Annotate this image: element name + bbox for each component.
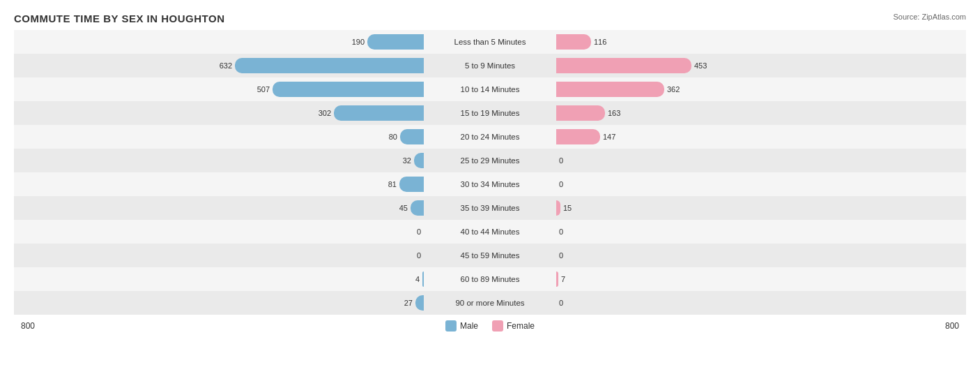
male-value: 507 <box>257 85 270 94</box>
table-row: 045 to 59 Minutes0 <box>14 244 966 267</box>
male-value: 302 <box>319 109 331 117</box>
female-value: 147 <box>603 133 615 141</box>
right-bar-wrap: 0 <box>556 149 966 172</box>
chart-title: COMMUTE TIME BY SEX IN HOUGHTON <box>14 13 966 24</box>
table-row: 6325 to 9 Minutes453 <box>14 54 966 77</box>
row-label: 45 to 59 Minutes <box>424 251 556 260</box>
row-label: 15 to 19 Minutes <box>424 109 556 117</box>
male-value: 45 <box>399 204 408 212</box>
row-label: 30 to 34 Minutes <box>424 180 556 188</box>
right-bar-wrap: 453 <box>556 54 966 77</box>
table-row: 190Less than 5 Minutes116 <box>14 30 966 54</box>
legend-items: Male Female <box>445 320 535 332</box>
female-value: 116 <box>594 38 606 46</box>
male-bar <box>411 200 424 216</box>
male-value: 80 <box>389 133 397 141</box>
chart-container: COMMUTE TIME BY SEX IN HOUGHTON Source: … <box>0 0 980 365</box>
table-row: 3225 to 29 Minutes0 <box>14 149 966 172</box>
row-label: 5 to 9 Minutes <box>424 61 556 70</box>
table-row: 2790 or more Minutes0 <box>14 291 966 315</box>
female-bar <box>556 58 691 73</box>
legend-female: Female <box>492 320 535 332</box>
female-value: 0 <box>559 251 563 260</box>
left-bar-wrap: 507 <box>14 77 424 101</box>
table-row: 8020 to 24 Minutes147 <box>14 125 966 149</box>
right-bar-wrap: 362 <box>556 77 966 101</box>
table-row: 040 to 44 Minutes0 <box>14 220 966 244</box>
right-bar-wrap: 0 <box>556 220 966 244</box>
axis-left-label: 800 <box>21 321 35 331</box>
rows-area: 190Less than 5 Minutes1166325 to 9 Minut… <box>14 30 966 315</box>
left-bar-wrap: 0 <box>14 244 424 267</box>
female-bar <box>556 129 600 144</box>
legend-male: Male <box>445 320 478 332</box>
male-bar <box>273 82 424 97</box>
row-label: 10 to 14 Minutes <box>424 85 556 94</box>
row-label: 90 or more Minutes <box>424 299 556 307</box>
left-bar-wrap: 190 <box>14 30 424 54</box>
male-value: 27 <box>404 299 413 307</box>
female-bar <box>556 82 664 97</box>
female-bar <box>556 271 558 287</box>
left-bar-wrap: 27 <box>14 291 424 315</box>
left-bar-wrap: 81 <box>14 172 424 196</box>
female-legend-label: Female <box>507 321 535 331</box>
male-legend-label: Male <box>460 321 478 331</box>
male-legend-box <box>445 320 457 332</box>
right-bar-wrap: 15 <box>556 196 966 220</box>
row-label: 35 to 39 Minutes <box>424 204 556 212</box>
right-bar-wrap: 147 <box>556 125 966 149</box>
female-value: 0 <box>559 180 563 188</box>
right-bar-wrap: 116 <box>556 30 966 54</box>
male-bar <box>400 129 424 144</box>
male-bar <box>415 295 424 311</box>
male-bar <box>235 58 424 73</box>
male-value: 4 <box>415 275 420 283</box>
source-label: Source: ZipAtlas.com <box>893 13 966 21</box>
male-value: 32 <box>403 156 411 165</box>
male-value: 0 <box>417 228 421 236</box>
male-bar <box>367 34 424 50</box>
male-bar <box>414 153 424 168</box>
female-bar <box>556 105 605 121</box>
right-bar-wrap: 0 <box>556 291 966 315</box>
left-bar-wrap: 302 <box>14 101 424 125</box>
female-value: 453 <box>694 61 707 70</box>
table-row: 50710 to 14 Minutes362 <box>14 77 966 101</box>
row-label: Less than 5 Minutes <box>424 38 556 46</box>
table-row: 4535 to 39 Minutes15 <box>14 196 966 220</box>
right-bar-wrap: 163 <box>556 101 966 125</box>
row-label: 25 to 29 Minutes <box>424 156 556 165</box>
male-value: 190 <box>352 38 365 46</box>
female-legend-box <box>492 320 503 332</box>
left-bar-wrap: 0 <box>14 220 424 244</box>
left-bar-wrap: 32 <box>14 149 424 172</box>
left-bar-wrap: 80 <box>14 125 424 149</box>
right-bar-wrap: 0 <box>556 244 966 267</box>
male-value: 81 <box>388 180 397 188</box>
male-value: 0 <box>417 251 421 260</box>
right-bar-wrap: 0 <box>556 172 966 196</box>
row-label: 60 to 89 Minutes <box>424 275 556 283</box>
female-value: 163 <box>608 109 620 117</box>
left-bar-wrap: 4 <box>14 267 424 291</box>
table-row: 8130 to 34 Minutes0 <box>14 172 966 196</box>
female-value: 0 <box>559 299 563 307</box>
table-row: 30215 to 19 Minutes163 <box>14 101 966 125</box>
female-value: 0 <box>559 228 563 236</box>
male-value: 632 <box>220 61 232 70</box>
left-bar-wrap: 632 <box>14 54 424 77</box>
female-value: 15 <box>563 204 572 212</box>
female-bar <box>556 34 591 50</box>
male-bar <box>399 177 424 192</box>
female-value: 0 <box>559 156 563 165</box>
legend-area: 800 Male Female 800 <box>14 320 966 332</box>
right-bar-wrap: 7 <box>556 267 966 291</box>
female-value: 7 <box>561 275 565 283</box>
left-bar-wrap: 45 <box>14 196 424 220</box>
row-label: 40 to 44 Minutes <box>424 228 556 236</box>
female-bar <box>556 200 560 216</box>
female-value: 362 <box>667 85 680 94</box>
axis-right-label: 800 <box>945 321 959 331</box>
male-bar <box>334 105 424 121</box>
